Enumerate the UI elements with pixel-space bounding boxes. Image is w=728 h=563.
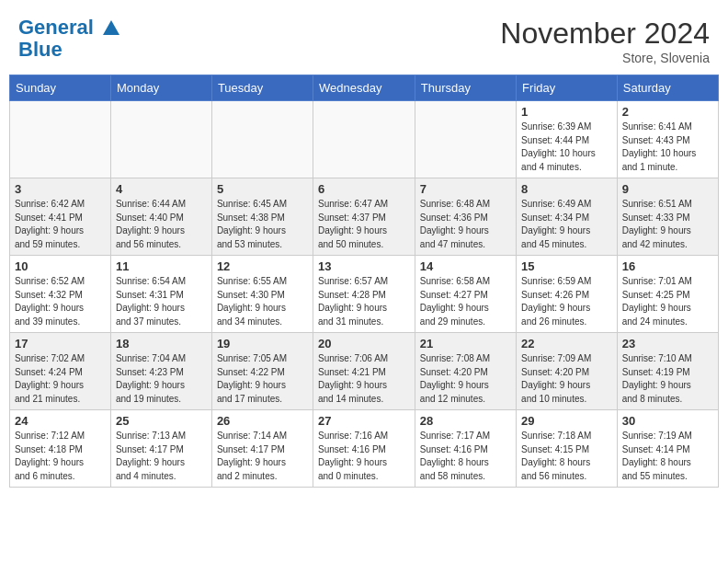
- weekday-header-row: SundayMondayTuesdayWednesdayThursdayFrid…: [10, 75, 719, 101]
- calendar-cell: [313, 101, 415, 178]
- calendar-cell: 9Sunrise: 6:51 AM Sunset: 4:33 PM Daylig…: [617, 178, 718, 256]
- page-header: General Blue November 2024 Store, Sloven…: [9, 9, 719, 69]
- day-number: 5: [217, 182, 308, 196]
- day-info: Sunrise: 7:05 AM Sunset: 4:22 PM Dayligh…: [217, 352, 308, 406]
- calendar-cell: 22Sunrise: 7:09 AM Sunset: 4:20 PM Dayli…: [517, 333, 618, 410]
- day-info: Sunrise: 6:44 AM Sunset: 4:40 PM Dayligh…: [116, 198, 207, 251]
- calendar-cell: [415, 101, 516, 178]
- day-info: Sunrise: 6:41 AM Sunset: 4:43 PM Dayligh…: [622, 121, 713, 174]
- day-number: 1: [521, 105, 612, 119]
- day-number: 3: [15, 182, 106, 196]
- weekday-monday: Monday: [110, 75, 211, 101]
- calendar-body: 1Sunrise: 6:39 AM Sunset: 4:44 PM Daylig…: [10, 101, 719, 488]
- calendar-cell: [110, 101, 211, 178]
- calendar-cell: 5Sunrise: 6:45 AM Sunset: 4:38 PM Daylig…: [211, 178, 313, 256]
- day-number: 9: [622, 182, 713, 196]
- day-number: 28: [420, 414, 511, 428]
- calendar-cell: 4Sunrise: 6:44 AM Sunset: 4:40 PM Daylig…: [110, 178, 211, 256]
- calendar-cell: 10Sunrise: 6:52 AM Sunset: 4:32 PM Dayli…: [10, 256, 111, 333]
- day-info: Sunrise: 6:54 AM Sunset: 4:31 PM Dayligh…: [116, 275, 207, 328]
- calendar-cell: 20Sunrise: 7:06 AM Sunset: 4:21 PM Dayli…: [313, 333, 415, 410]
- day-number: 20: [318, 337, 410, 350]
- day-number: 2: [622, 105, 713, 119]
- day-number: 11: [116, 259, 207, 273]
- weekday-thursday: Thursday: [415, 75, 516, 101]
- calendar-cell: 23Sunrise: 7:10 AM Sunset: 4:19 PM Dayli…: [617, 333, 718, 410]
- day-info: Sunrise: 7:17 AM Sunset: 4:16 PM Dayligh…: [420, 430, 511, 483]
- calendar-cell: 3Sunrise: 6:42 AM Sunset: 4:41 PM Daylig…: [10, 178, 111, 256]
- day-info: Sunrise: 7:01 AM Sunset: 4:25 PM Dayligh…: [622, 275, 713, 328]
- calendar-cell: 14Sunrise: 6:58 AM Sunset: 4:27 PM Dayli…: [415, 256, 516, 333]
- weekday-sunday: Sunday: [10, 75, 111, 101]
- calendar-cell: 16Sunrise: 7:01 AM Sunset: 4:25 PM Dayli…: [617, 256, 718, 333]
- day-info: Sunrise: 6:57 AM Sunset: 4:28 PM Dayligh…: [318, 275, 410, 328]
- day-info: Sunrise: 7:04 AM Sunset: 4:23 PM Dayligh…: [116, 352, 207, 406]
- day-number: 23: [622, 337, 713, 350]
- day-number: 24: [15, 414, 106, 428]
- calendar-cell: 18Sunrise: 7:04 AM Sunset: 4:23 PM Dayli…: [110, 333, 211, 410]
- day-info: Sunrise: 7:13 AM Sunset: 4:17 PM Dayligh…: [116, 430, 207, 483]
- day-info: Sunrise: 7:18 AM Sunset: 4:15 PM Dayligh…: [521, 430, 612, 483]
- day-number: 30: [622, 414, 713, 428]
- day-number: 21: [420, 337, 511, 350]
- day-info: Sunrise: 6:52 AM Sunset: 4:32 PM Dayligh…: [15, 275, 106, 328]
- day-info: Sunrise: 6:39 AM Sunset: 4:44 PM Dayligh…: [521, 121, 612, 174]
- day-info: Sunrise: 7:06 AM Sunset: 4:21 PM Dayligh…: [318, 352, 410, 406]
- weekday-saturday: Saturday: [617, 75, 718, 101]
- calendar-cell: 29Sunrise: 7:18 AM Sunset: 4:15 PM Dayli…: [517, 410, 618, 488]
- day-info: Sunrise: 6:58 AM Sunset: 4:27 PM Dayligh…: [420, 275, 511, 328]
- day-info: Sunrise: 7:12 AM Sunset: 4:18 PM Dayligh…: [15, 430, 106, 483]
- calendar-cell: 28Sunrise: 7:17 AM Sunset: 4:16 PM Dayli…: [415, 410, 516, 488]
- day-info: Sunrise: 7:09 AM Sunset: 4:20 PM Dayligh…: [521, 352, 612, 406]
- day-info: Sunrise: 6:48 AM Sunset: 4:36 PM Dayligh…: [420, 198, 511, 251]
- day-number: 16: [622, 259, 713, 273]
- week-row-5: 24Sunrise: 7:12 AM Sunset: 4:18 PM Dayli…: [10, 410, 719, 488]
- day-number: 4: [116, 182, 207, 196]
- weekday-friday: Friday: [517, 75, 618, 101]
- day-number: 14: [420, 259, 511, 273]
- calendar-cell: 19Sunrise: 7:05 AM Sunset: 4:22 PM Dayli…: [211, 333, 313, 410]
- week-row-1: 1Sunrise: 6:39 AM Sunset: 4:44 PM Daylig…: [10, 101, 719, 178]
- calendar-cell: 8Sunrise: 6:49 AM Sunset: 4:34 PM Daylig…: [517, 178, 618, 256]
- logo: General Blue: [18, 17, 123, 61]
- day-info: Sunrise: 6:42 AM Sunset: 4:41 PM Dayligh…: [15, 198, 106, 251]
- day-number: 19: [217, 337, 308, 350]
- day-number: 10: [15, 259, 106, 273]
- calendar-cell: 25Sunrise: 7:13 AM Sunset: 4:17 PM Dayli…: [110, 410, 211, 488]
- day-number: 6: [318, 182, 410, 196]
- logo-general: General: [18, 16, 94, 39]
- calendar-cell: [10, 101, 111, 178]
- calendar-cell: 2Sunrise: 6:41 AM Sunset: 4:43 PM Daylig…: [617, 101, 718, 178]
- calendar-cell: 13Sunrise: 6:57 AM Sunset: 4:28 PM Dayli…: [313, 256, 415, 333]
- day-number: 26: [217, 414, 308, 428]
- location: Store, Slovenia: [500, 51, 710, 65]
- day-number: 7: [420, 182, 511, 196]
- calendar-cell: 15Sunrise: 6:59 AM Sunset: 4:26 PM Dayli…: [517, 256, 618, 333]
- calendar-cell: 27Sunrise: 7:16 AM Sunset: 4:16 PM Dayli…: [313, 410, 415, 488]
- day-number: 15: [521, 259, 612, 273]
- calendar-cell: 11Sunrise: 6:54 AM Sunset: 4:31 PM Dayli…: [110, 256, 211, 333]
- calendar-cell: [211, 101, 313, 178]
- calendar-cell: 6Sunrise: 6:47 AM Sunset: 4:37 PM Daylig…: [313, 178, 415, 256]
- svg-marker-0: [103, 20, 119, 35]
- day-info: Sunrise: 6:47 AM Sunset: 4:37 PM Dayligh…: [318, 198, 410, 251]
- week-row-2: 3Sunrise: 6:42 AM Sunset: 4:41 PM Daylig…: [10, 178, 719, 256]
- calendar-cell: 30Sunrise: 7:19 AM Sunset: 4:14 PM Dayli…: [617, 410, 718, 488]
- calendar-cell: 17Sunrise: 7:02 AM Sunset: 4:24 PM Dayli…: [10, 333, 111, 410]
- week-row-3: 10Sunrise: 6:52 AM Sunset: 4:32 PM Dayli…: [10, 256, 719, 333]
- logo-blue: Blue: [18, 39, 123, 61]
- day-number: 8: [521, 182, 612, 196]
- day-number: 25: [116, 414, 207, 428]
- calendar-cell: 1Sunrise: 6:39 AM Sunset: 4:44 PM Daylig…: [517, 101, 618, 178]
- day-number: 27: [318, 414, 410, 428]
- day-info: Sunrise: 6:59 AM Sunset: 4:26 PM Dayligh…: [521, 275, 612, 328]
- calendar-cell: 21Sunrise: 7:08 AM Sunset: 4:20 PM Dayli…: [415, 333, 516, 410]
- logo-icon: [101, 18, 121, 39]
- week-row-4: 17Sunrise: 7:02 AM Sunset: 4:24 PM Dayli…: [10, 333, 719, 410]
- day-number: 12: [217, 259, 308, 273]
- calendar-cell: 26Sunrise: 7:14 AM Sunset: 4:17 PM Dayli…: [211, 410, 313, 488]
- day-info: Sunrise: 7:08 AM Sunset: 4:20 PM Dayligh…: [420, 352, 511, 406]
- day-number: 13: [318, 259, 410, 273]
- day-info: Sunrise: 7:19 AM Sunset: 4:14 PM Dayligh…: [622, 430, 713, 483]
- calendar-cell: 24Sunrise: 7:12 AM Sunset: 4:18 PM Dayli…: [10, 410, 111, 488]
